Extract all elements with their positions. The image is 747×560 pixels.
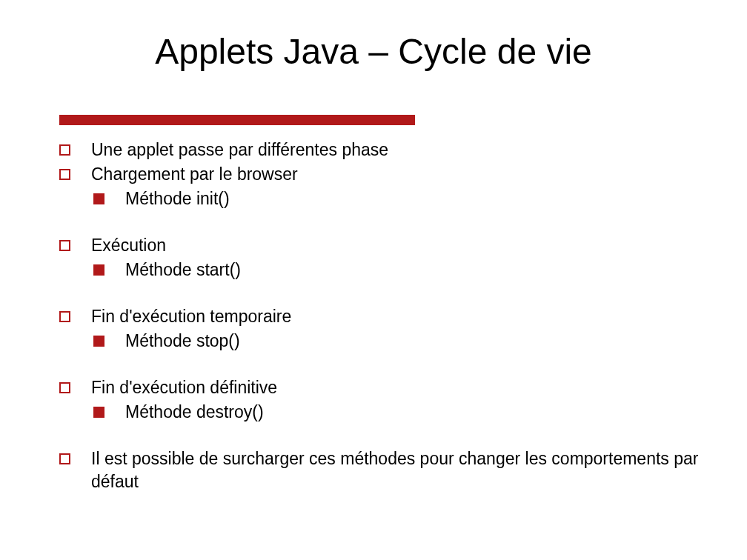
bullet-outlined-icon	[59, 311, 70, 322]
bullet-filled-icon	[93, 407, 104, 418]
list-item: Chargement par le browser	[59, 163, 703, 186]
sub-list-item: Méthode stop()	[93, 330, 703, 353]
list-item-text: Exécution	[91, 234, 703, 257]
sub-list-item-text: Méthode destroy()	[125, 401, 703, 424]
list-item-text: Chargement par le browser	[91, 163, 703, 186]
bullet-outlined-icon	[59, 240, 70, 251]
list-item: Exécution	[59, 234, 703, 257]
sub-list-item: Méthode start()	[93, 259, 703, 281]
bullet-outlined-icon	[59, 453, 70, 464]
bullet-outlined-icon	[59, 144, 70, 156]
sub-list-item-text: Méthode init()	[125, 187, 703, 210]
list-item-text: Fin d'exécution temporaire	[91, 305, 703, 328]
divider-bar	[59, 115, 415, 125]
bullet-outlined-icon	[59, 169, 70, 180]
sub-list-item: Méthode init()	[93, 187, 703, 210]
list-item: Fin d'exécution définitive	[59, 376, 703, 399]
sub-list-item-text: Méthode start()	[125, 259, 703, 281]
bullet-filled-icon	[93, 193, 104, 204]
list-item-text: Il est possible de surcharger ces méthod…	[91, 447, 703, 493]
slide-content: Une applet passe par différentes phase C…	[0, 125, 747, 494]
slide-title: Applets Java – Cycle de vie	[0, 0, 747, 94]
list-item: Fin d'exécution temporaire	[59, 305, 703, 328]
bullet-filled-icon	[93, 336, 104, 347]
list-item: Il est possible de surcharger ces méthod…	[59, 447, 703, 493]
sub-list-item: Méthode destroy()	[93, 401, 703, 424]
list-item: Une applet passe par différentes phase	[59, 139, 703, 161]
list-item-text: Fin d'exécution définitive	[91, 376, 703, 399]
bullet-outlined-icon	[59, 382, 70, 393]
bullet-filled-icon	[93, 264, 104, 276]
sub-list-item-text: Méthode stop()	[125, 330, 703, 353]
list-item-text: Une applet passe par différentes phase	[91, 139, 703, 161]
